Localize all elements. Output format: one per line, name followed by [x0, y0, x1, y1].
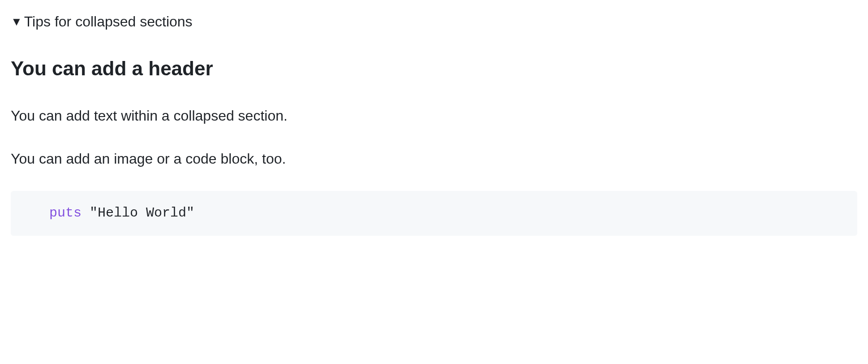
code-block: puts "Hello World"	[11, 191, 857, 236]
code-space	[82, 205, 90, 221]
collapsible-summary[interactable]: ▼ Tips for collapsed sections	[11, 11, 857, 32]
code-keyword: puts	[49, 205, 82, 221]
content-paragraph-2: You can add an image or a code block, to…	[11, 148, 857, 169]
code-indent	[25, 205, 49, 221]
summary-label: Tips for collapsed sections	[24, 11, 193, 32]
content-paragraph-1: You can add text within a collapsed sect…	[11, 105, 857, 126]
code-string: "Hello World"	[90, 205, 194, 221]
triangle-down-icon: ▼	[11, 16, 22, 27]
content-header: You can add a header	[11, 54, 857, 83]
